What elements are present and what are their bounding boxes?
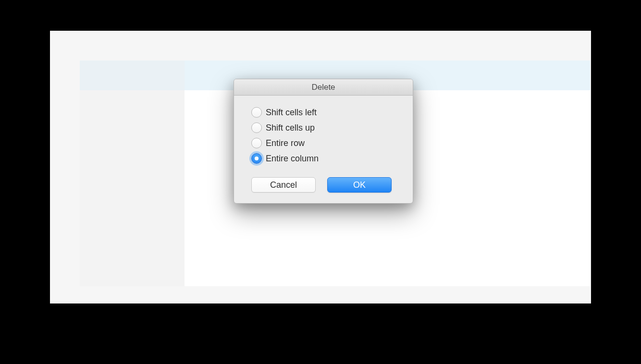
spreadsheet-header-corner <box>80 61 185 90</box>
radio-shift-cells-up[interactable]: Shift cells up <box>251 122 399 133</box>
delete-dialog: Delete Shift cells left Shift cells up E… <box>234 79 413 204</box>
radio-label: Shift cells up <box>266 123 315 133</box>
radio-icon <box>251 107 262 118</box>
cancel-button-label: Cancel <box>270 180 297 190</box>
radio-icon <box>251 122 262 133</box>
dialog-titlebar: Delete <box>234 79 413 96</box>
radio-icon <box>251 138 262 148</box>
delete-radio-group: Shift cells left Shift cells up Entire r… <box>251 107 399 164</box>
dialog-title: Delete <box>311 83 335 92</box>
radio-entire-column[interactable]: Entire column <box>251 153 399 164</box>
spreadsheet-first-column <box>80 61 185 286</box>
radio-shift-cells-left[interactable]: Shift cells left <box>251 107 399 118</box>
radio-label: Shift cells left <box>266 108 317 118</box>
cancel-button[interactable]: Cancel <box>251 177 316 193</box>
radio-label: Entire column <box>266 154 319 164</box>
dialog-body: Shift cells left Shift cells up Entire r… <box>234 96 413 203</box>
ok-button-label: OK <box>353 180 366 190</box>
radio-entire-row[interactable]: Entire row <box>251 138 399 148</box>
ok-button[interactable]: OK <box>327 177 392 193</box>
radio-icon <box>251 153 262 164</box>
radio-label: Entire row <box>266 138 305 148</box>
dialog-button-row: Cancel OK <box>251 177 399 193</box>
